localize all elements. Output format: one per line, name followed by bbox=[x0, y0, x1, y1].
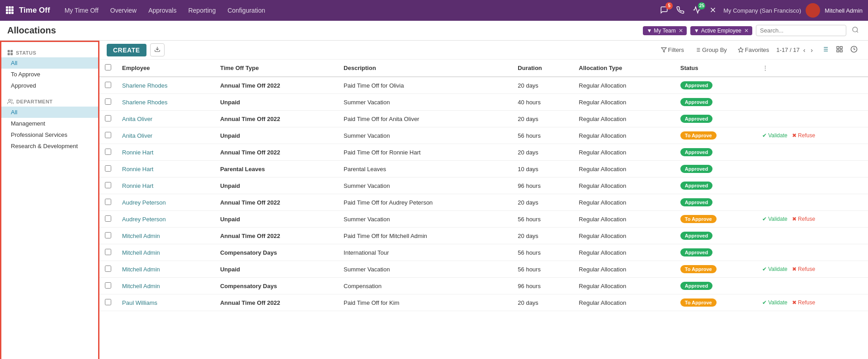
row-checkbox-cell[interactable] bbox=[99, 177, 117, 194]
my-team-filter[interactable]: ▼ My Team ✕ bbox=[643, 26, 686, 35]
row-checkbox-cell[interactable] bbox=[99, 194, 117, 211]
groupby-button[interactable]: Group By bbox=[691, 45, 731, 55]
nav-configuration[interactable]: Configuration bbox=[222, 4, 270, 17]
col-status[interactable]: Status bbox=[675, 60, 757, 77]
refuse-button[interactable]: ✖ Refuse bbox=[792, 266, 815, 272]
row-checkbox-cell[interactable] bbox=[99, 211, 117, 228]
validate-button[interactable]: ✔ Validate bbox=[762, 132, 788, 139]
row-checkbox[interactable] bbox=[105, 115, 111, 121]
row-checkbox[interactable] bbox=[105, 266, 111, 272]
row-allocation-type: Regular Allocation bbox=[573, 244, 675, 261]
row-employee[interactable]: Ronnie Hart bbox=[117, 161, 215, 177]
nav-overview[interactable]: Overview bbox=[105, 4, 142, 17]
download-button[interactable] bbox=[150, 43, 165, 56]
row-employee[interactable]: Mitchell Admin bbox=[117, 278, 215, 294]
row-employee[interactable]: Ronnie Hart bbox=[117, 177, 215, 194]
nav-approvals[interactable]: Approvals bbox=[143, 4, 182, 17]
row-checkbox-cell[interactable] bbox=[99, 294, 117, 311]
select-all-header[interactable] bbox=[99, 60, 117, 77]
row-checkbox-cell[interactable] bbox=[99, 261, 117, 278]
active-employee-filter-remove[interactable]: ✕ bbox=[744, 28, 749, 34]
row-checkbox-cell[interactable] bbox=[99, 161, 117, 177]
activity-button[interactable]: 25 bbox=[691, 4, 703, 17]
svg-rect-35 bbox=[837, 47, 839, 49]
row-checkbox[interactable] bbox=[105, 215, 111, 222]
row-checkbox-cell[interactable] bbox=[99, 144, 117, 161]
row-employee[interactable]: Anita Oliver bbox=[117, 111, 215, 127]
kanban-view-button[interactable] bbox=[833, 44, 846, 56]
row-checkbox[interactable] bbox=[105, 98, 111, 105]
col-time-off-type[interactable]: Time Off Type bbox=[215, 60, 338, 77]
nav-reporting[interactable]: Reporting bbox=[183, 4, 221, 17]
sidebar-dept-all[interactable]: All bbox=[0, 107, 99, 118]
row-employee[interactable]: Mitchell Admin bbox=[117, 228, 215, 244]
row-checkbox-cell[interactable] bbox=[99, 77, 117, 94]
row-checkbox-cell[interactable] bbox=[99, 94, 117, 111]
row-employee[interactable]: Ronnie Hart bbox=[117, 144, 215, 161]
sidebar-status-all[interactable]: All bbox=[0, 57, 99, 69]
validate-button[interactable]: ✔ Validate bbox=[762, 216, 788, 222]
row-allocation-type: Regular Allocation bbox=[573, 194, 675, 211]
row-employee[interactable]: Mitchell Admin bbox=[117, 244, 215, 261]
row-checkbox[interactable] bbox=[105, 149, 111, 155]
grid-icon[interactable] bbox=[5, 6, 14, 15]
activity-view-button[interactable] bbox=[847, 44, 861, 56]
col-description[interactable]: Description bbox=[338, 60, 512, 77]
row-checkbox[interactable] bbox=[105, 132, 111, 138]
row-checkbox[interactable] bbox=[105, 282, 111, 289]
row-checkbox[interactable] bbox=[105, 232, 111, 238]
search-icon[interactable] bbox=[850, 24, 861, 37]
favorites-button[interactable]: Favorites bbox=[734, 45, 773, 55]
row-actions bbox=[757, 161, 868, 177]
row-employee[interactable]: Mitchell Admin bbox=[117, 261, 215, 278]
row-actions: ✔ Validate ✖ Refuse bbox=[757, 127, 868, 144]
row-duration: 20 days bbox=[512, 194, 573, 211]
search-input[interactable] bbox=[756, 25, 846, 36]
row-employee[interactable]: Sharlene Rhodes bbox=[117, 77, 215, 94]
sidebar-status-approved[interactable]: Approved bbox=[0, 80, 99, 91]
prev-page-button[interactable]: ‹ bbox=[802, 46, 807, 55]
row-checkbox-cell[interactable] bbox=[99, 111, 117, 127]
col-employee[interactable]: Employee bbox=[117, 60, 215, 77]
close-button[interactable] bbox=[707, 4, 719, 17]
row-employee[interactable]: Anita Oliver bbox=[117, 127, 215, 144]
row-employee[interactable]: Paul Williams bbox=[117, 294, 215, 311]
create-button[interactable]: CREATE bbox=[107, 44, 146, 56]
validate-button[interactable]: ✔ Validate bbox=[762, 299, 788, 306]
refuse-button[interactable]: ✖ Refuse bbox=[792, 216, 815, 222]
row-checkbox-cell[interactable] bbox=[99, 127, 117, 144]
select-all-checkbox[interactable] bbox=[105, 64, 111, 70]
row-checkbox[interactable] bbox=[105, 299, 111, 305]
row-checkbox[interactable] bbox=[105, 165, 111, 172]
my-team-filter-remove[interactable]: ✕ bbox=[679, 28, 683, 34]
filters-button[interactable]: Filters bbox=[657, 45, 688, 55]
sidebar-dept-management[interactable]: Management bbox=[0, 118, 99, 129]
chat-notification-button[interactable]: 5 bbox=[658, 4, 670, 17]
row-checkbox[interactable] bbox=[105, 82, 111, 88]
validate-button[interactable]: ✔ Validate bbox=[762, 266, 788, 272]
row-checkbox-cell[interactable] bbox=[99, 244, 117, 261]
refuse-button[interactable]: ✖ Refuse bbox=[792, 132, 815, 139]
allocations-table: Employee Time Off Type Description Durat… bbox=[99, 60, 868, 311]
nav-my-time-off[interactable]: My Time Off bbox=[59, 4, 104, 17]
col-duration[interactable]: Duration bbox=[512, 60, 573, 77]
row-employee[interactable]: Audrey Peterson bbox=[117, 211, 215, 228]
sidebar-dept-research-development[interactable]: Research & Development bbox=[0, 140, 99, 152]
row-checkbox[interactable] bbox=[105, 199, 111, 205]
col-allocation-type[interactable]: Allocation Type bbox=[573, 60, 675, 77]
row-actions bbox=[757, 177, 868, 194]
row-checkbox[interactable] bbox=[105, 182, 111, 188]
active-employee-filter[interactable]: ▼ Active Employee ✕ bbox=[690, 26, 752, 35]
sidebar-dept-professional-services[interactable]: Professional Services bbox=[0, 129, 99, 140]
list-view-button[interactable] bbox=[818, 44, 832, 56]
row-employee[interactable]: Audrey Peterson bbox=[117, 194, 215, 211]
row-checkbox-cell[interactable] bbox=[99, 228, 117, 244]
phone-button[interactable] bbox=[675, 4, 686, 17]
row-checkbox-cell[interactable] bbox=[99, 278, 117, 294]
row-employee[interactable]: Sharlene Rhodes bbox=[117, 94, 215, 111]
sidebar-status-to-approve[interactable]: To Approve bbox=[0, 69, 99, 80]
row-checkbox[interactable] bbox=[105, 249, 111, 255]
refuse-button[interactable]: ✖ Refuse bbox=[792, 299, 815, 306]
col-more[interactable]: ⋮ bbox=[757, 60, 868, 77]
next-page-button[interactable]: › bbox=[809, 46, 815, 55]
